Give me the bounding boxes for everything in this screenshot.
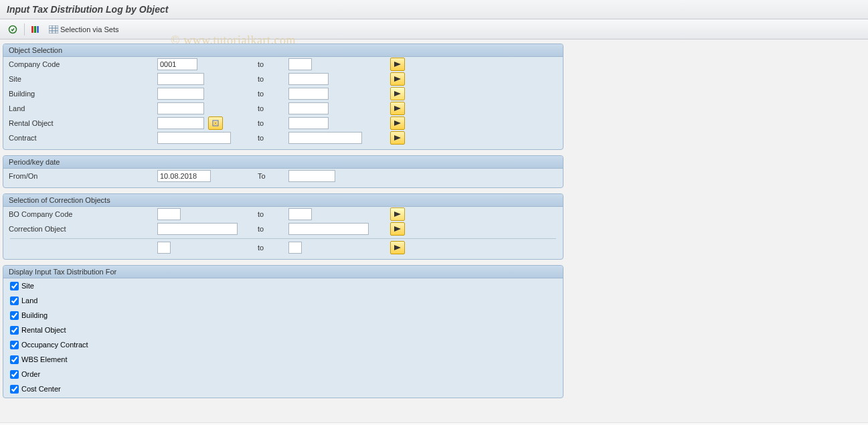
checkbox-rental[interactable] bbox=[10, 326, 19, 335]
group-header-period: Period/key date bbox=[3, 156, 563, 169]
multi-select-site[interactable] bbox=[390, 72, 405, 86]
input-bo-company-from[interactable] bbox=[157, 208, 181, 220]
input-correction-to[interactable] bbox=[288, 223, 369, 235]
to-label: to bbox=[258, 104, 288, 112]
label-site: Site bbox=[9, 75, 157, 83]
group-display-for: Display Input Tax Distribution For SiteL… bbox=[3, 265, 563, 398]
multi-select-correction[interactable] bbox=[390, 222, 405, 236]
checkbox-row-site: Site bbox=[3, 278, 563, 293]
checkbox-label-land: Land bbox=[21, 296, 37, 305]
input-period-to[interactable] bbox=[288, 170, 335, 182]
multi-select-bo-company[interactable] bbox=[390, 207, 405, 221]
svg-rect-4 bbox=[49, 25, 58, 33]
group-header-object-selection: Object Selection bbox=[3, 44, 563, 57]
multi-select-land[interactable] bbox=[390, 102, 405, 115]
to-label: to bbox=[258, 75, 288, 83]
input-company-code-to[interactable] bbox=[288, 58, 312, 70]
svg-rect-2 bbox=[34, 26, 36, 33]
input-contract-to[interactable] bbox=[288, 132, 362, 144]
checkbox-occ[interactable] bbox=[10, 341, 19, 349]
checkbox-site[interactable] bbox=[10, 282, 19, 290]
checkbox-wbs[interactable] bbox=[10, 355, 19, 364]
label-rental-object: Rental Object bbox=[9, 119, 157, 127]
input-blank-to[interactable] bbox=[288, 242, 302, 254]
label-company-code: Company Code bbox=[9, 60, 157, 68]
status-bar bbox=[0, 422, 868, 425]
multi-select-building[interactable] bbox=[390, 87, 405, 100]
input-rental-object-from[interactable] bbox=[157, 117, 204, 129]
multi-select-blank[interactable] bbox=[390, 241, 405, 254]
content-area: Object Selection Company Code to Site to… bbox=[0, 39, 868, 398]
group-correction: Selection of Correction Objects BO Compa… bbox=[3, 193, 563, 260]
label-contract: Contract bbox=[9, 134, 157, 142]
input-from-on[interactable] bbox=[157, 170, 211, 182]
row-building: Building to bbox=[3, 86, 563, 101]
checkbox-land[interactable] bbox=[10, 296, 19, 305]
page-title: Input Tax Distribution Log by Object bbox=[0, 0, 868, 19]
divider bbox=[10, 238, 556, 239]
label-building: Building bbox=[9, 90, 157, 98]
to-label: to bbox=[258, 244, 288, 252]
group-period: Period/key date From/On To bbox=[3, 155, 563, 188]
row-rental-object: Rental Object to bbox=[3, 116, 563, 131]
row-correction-object: Correction Object to bbox=[3, 222, 563, 236]
checkbox-row-wbs: WBS Element bbox=[3, 352, 563, 367]
to-label: to bbox=[258, 225, 288, 233]
to-label: to bbox=[258, 60, 288, 68]
input-company-code-from[interactable] bbox=[157, 58, 197, 70]
to-label: to bbox=[258, 134, 288, 142]
input-blank-from[interactable] bbox=[157, 242, 171, 254]
row-from-on: From/On To bbox=[3, 169, 563, 183]
input-land-from[interactable] bbox=[157, 102, 204, 114]
checkbox-row-order: Order bbox=[3, 367, 563, 381]
label-from-on: From/On bbox=[9, 172, 157, 180]
checkbox-building[interactable] bbox=[10, 311, 19, 320]
dynamic-selections-button[interactable] bbox=[29, 23, 44, 36]
checkbox-label-building: Building bbox=[21, 311, 48, 319]
checkbox-row-occ: Occupancy Contract bbox=[3, 337, 563, 352]
checkbox-label-wbs: WBS Element bbox=[21, 355, 67, 363]
execute-button[interactable] bbox=[5, 23, 20, 36]
input-bo-company-to[interactable] bbox=[288, 208, 312, 220]
input-building-from[interactable] bbox=[157, 88, 204, 100]
input-site-from[interactable] bbox=[157, 73, 204, 85]
table-icon bbox=[49, 25, 58, 33]
svg-rect-3 bbox=[37, 26, 39, 33]
row-contract: Contract to bbox=[3, 131, 563, 145]
checkbox-label-occ: Occupancy Contract bbox=[21, 341, 88, 349]
input-site-to[interactable] bbox=[288, 73, 329, 85]
input-rental-object-to[interactable] bbox=[288, 117, 329, 129]
input-land-to[interactable] bbox=[288, 102, 329, 114]
label-bo-company: BO Company Code bbox=[9, 210, 157, 218]
group-object-selection: Object Selection Company Code to Site to… bbox=[3, 44, 563, 150]
input-building-to[interactable] bbox=[288, 88, 329, 100]
label-correction-object: Correction Object bbox=[9, 225, 157, 233]
row-company-code: Company Code to bbox=[3, 57, 563, 72]
selection-via-sets-label: Selection via Sets bbox=[60, 25, 118, 33]
svg-rect-1 bbox=[31, 26, 33, 33]
checkbox-row-building: Building bbox=[3, 308, 563, 323]
toolbar: Selection via Sets bbox=[0, 19, 868, 39]
checkbox-cost[interactable] bbox=[10, 385, 19, 394]
row-bo-company: BO Company Code to bbox=[3, 207, 563, 222]
row-land: Land to bbox=[3, 101, 563, 116]
row-site: Site to bbox=[3, 72, 563, 86]
checkbox-order[interactable] bbox=[10, 370, 19, 379]
group-header-display-for: Display Input Tax Distribution For bbox=[3, 266, 563, 278]
to-label: To bbox=[258, 172, 288, 180]
checkbox-row-rental: Rental Object bbox=[3, 323, 563, 337]
checkbox-label-order: Order bbox=[21, 370, 40, 378]
row-correction-blank: to bbox=[3, 240, 563, 255]
input-contract-from[interactable] bbox=[157, 132, 231, 144]
checkbox-row-land: Land bbox=[3, 293, 563, 308]
multi-select-contract[interactable] bbox=[390, 131, 405, 145]
selection-via-sets-button[interactable]: Selection via Sets bbox=[46, 25, 121, 33]
input-correction-from[interactable] bbox=[157, 223, 238, 235]
checkbox-label-cost: Cost Center bbox=[21, 385, 61, 393]
to-label: to bbox=[258, 210, 288, 218]
search-help-rental-object[interactable] bbox=[208, 116, 223, 130]
group-header-correction: Selection of Correction Objects bbox=[3, 194, 563, 207]
multi-select-company-code[interactable] bbox=[390, 58, 405, 71]
multi-select-rental-object[interactable] bbox=[390, 116, 405, 130]
to-label: to bbox=[258, 119, 288, 127]
